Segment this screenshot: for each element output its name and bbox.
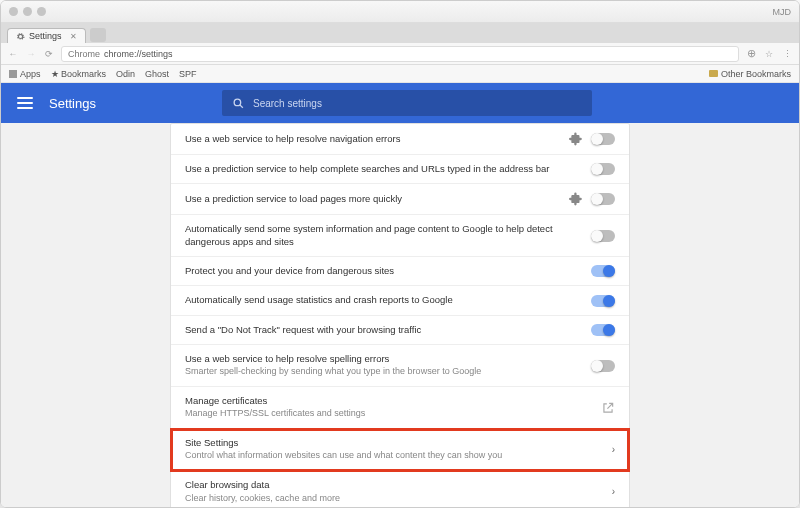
settings-row[interactable]: Site SettingsControl what information we… — [171, 429, 629, 471]
settings-row: Use a web service to help resolve naviga… — [171, 124, 629, 155]
chevron-right-icon: › — [612, 444, 615, 455]
settings-row: Send a "Do Not Track" request with your … — [171, 316, 629, 345]
toggle-switch[interactable] — [591, 360, 615, 372]
row-label: Use a prediction service to help complet… — [185, 163, 583, 175]
page-title: Settings — [49, 96, 96, 111]
bookmark-item[interactable]: Ghost — [145, 69, 169, 79]
toggle-switch[interactable] — [591, 324, 615, 336]
settings-row: Automatically send some system informati… — [171, 215, 629, 257]
search-icon — [232, 97, 245, 110]
settings-search[interactable] — [222, 90, 592, 116]
svg-line-1 — [240, 104, 243, 107]
chevron-right-icon: › — [612, 486, 615, 497]
url-text: chrome://settings — [104, 49, 173, 59]
settings-search-input[interactable] — [253, 98, 582, 109]
browser-window: MJD Settings ✕ ← → ⟳ Chrome chrome://set… — [0, 0, 800, 508]
forward-button[interactable]: → — [25, 48, 37, 60]
bookmark-item[interactable]: Odin — [116, 69, 135, 79]
tab-strip: Settings ✕ — [1, 23, 799, 43]
row-label: Use a web service to help resolve spelli… — [185, 353, 583, 365]
extension-icon — [569, 132, 583, 146]
settings-row: Protect you and your device from dangero… — [171, 257, 629, 286]
row-label: Automatically send some system informati… — [185, 223, 583, 248]
search-omnibox-icon[interactable]: ⊕ — [745, 48, 757, 60]
bookmark-star-icon[interactable]: ☆ — [763, 48, 775, 60]
minimize-window-button[interactable] — [23, 7, 32, 16]
row-label: Send a "Do Not Track" request with your … — [185, 324, 583, 336]
row-sublabel: Control what information websites can us… — [185, 450, 604, 462]
privacy-card: Use a web service to help resolve naviga… — [170, 123, 630, 507]
row-sublabel: Smarter spell-checking by sending what y… — [185, 366, 583, 378]
url-scheme-chip: Chrome — [68, 49, 100, 59]
toggle-switch[interactable] — [591, 230, 615, 242]
row-sublabel: Manage HTTPS/SSL certificates and settin… — [185, 408, 593, 420]
extension-icon — [569, 192, 583, 206]
open-external-icon[interactable] — [601, 401, 615, 415]
back-button[interactable]: ← — [7, 48, 19, 60]
other-bookmarks[interactable]: Other Bookmarks — [709, 69, 791, 79]
menu-button[interactable] — [17, 97, 33, 109]
toolbar: ← → ⟳ Chrome chrome://settings ⊕ ☆ ⋮ — [1, 43, 799, 65]
settings-row: Automatically send usage statistics and … — [171, 286, 629, 315]
zoom-window-button[interactable] — [37, 7, 46, 16]
settings-row: Use a web service to help resolve spelli… — [171, 345, 629, 387]
settings-content: Use a web service to help resolve naviga… — [1, 123, 799, 507]
row-sublabel: Clear history, cookies, cache and more — [185, 493, 604, 505]
row-label: Clear browsing data — [185, 479, 604, 491]
row-label: Protect you and your device from dangero… — [185, 265, 583, 277]
settings-row: Use a prediction service to load pages m… — [171, 184, 629, 215]
bookmark-item[interactable]: SPF — [179, 69, 197, 79]
settings-row: Use a prediction service to help complet… — [171, 155, 629, 184]
bookmark-item[interactable]: ★ Bookmarks — [51, 69, 107, 79]
row-label: Site Settings — [185, 437, 604, 449]
window-titlebar: MJD — [1, 1, 799, 23]
tab-title: Settings — [29, 31, 62, 41]
row-label: Automatically send usage statistics and … — [185, 294, 583, 306]
reload-button[interactable]: ⟳ — [43, 48, 55, 60]
profile-name: MJD — [773, 7, 792, 17]
svg-point-0 — [234, 99, 241, 106]
gear-icon — [16, 32, 25, 41]
close-window-button[interactable] — [9, 7, 18, 16]
settings-header: Settings — [1, 83, 799, 123]
row-label: Use a web service to help resolve naviga… — [185, 133, 561, 145]
toggle-switch[interactable] — [591, 163, 615, 175]
row-label: Manage certificates — [185, 395, 593, 407]
tab-settings[interactable]: Settings ✕ — [7, 28, 86, 43]
address-bar[interactable]: Chrome chrome://settings — [61, 46, 739, 62]
settings-row[interactable]: Clear browsing dataClear history, cookie… — [171, 471, 629, 507]
new-tab-button[interactable] — [90, 28, 106, 42]
toggle-switch[interactable] — [591, 265, 615, 277]
row-label: Use a prediction service to load pages m… — [185, 193, 561, 205]
settings-row[interactable]: Manage certificatesManage HTTPS/SSL cert… — [171, 387, 629, 429]
bookmarks-bar: Apps ★ Bookmarks Odin Ghost SPF Other Bo… — [1, 65, 799, 83]
menu-icon[interactable]: ⋮ — [781, 48, 793, 60]
traffic-lights — [9, 7, 46, 16]
toggle-switch[interactable] — [591, 133, 615, 145]
close-tab-icon[interactable]: ✕ — [70, 32, 77, 41]
toggle-switch[interactable] — [591, 193, 615, 205]
apps-shortcut[interactable]: Apps — [9, 69, 41, 79]
toggle-switch[interactable] — [591, 295, 615, 307]
